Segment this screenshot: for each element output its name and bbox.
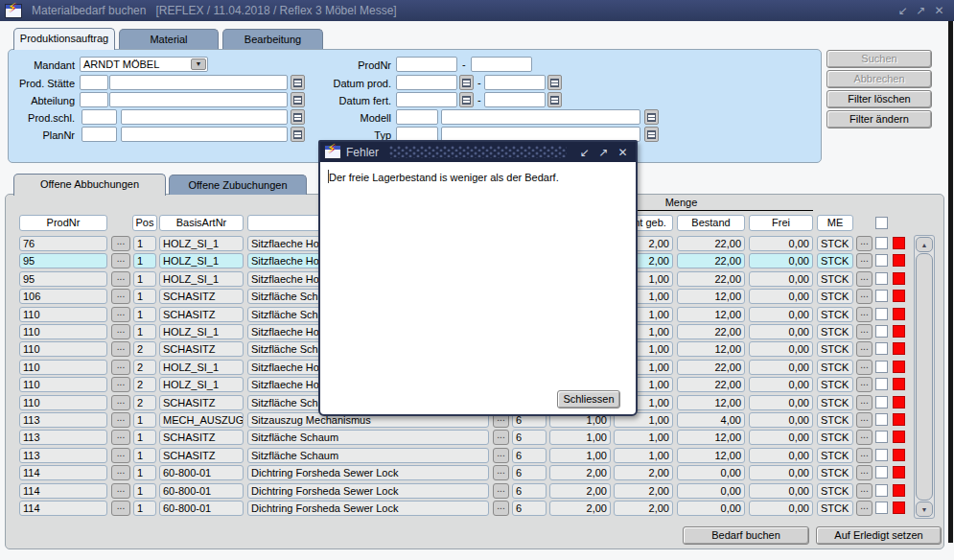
dialog-restore-icon[interactable]: ↗ <box>596 143 611 162</box>
row-lov-button[interactable]: ... <box>493 501 509 516</box>
cell-me[interactable]: STCK <box>817 483 853 499</box>
row-select-checkbox[interactable] <box>875 413 888 426</box>
row-lov-button[interactable]: ... <box>856 501 873 516</box>
cell-artnr[interactable]: HOLZ_SI_1 <box>159 360 244 375</box>
cell-lag[interactable]: 6 <box>512 483 547 499</box>
cell-pos[interactable]: 1 <box>133 430 156 445</box>
cell-frei[interactable]: 0,00 <box>749 289 813 304</box>
cell-pos[interactable]: 1 <box>133 501 156 516</box>
cell-bestand[interactable]: 12,00 <box>677 289 745 304</box>
filter-loeschen-button[interactable]: Filter löschen <box>826 90 932 108</box>
cell-bestand[interactable]: 12,00 <box>677 341 745 357</box>
cell-bestand[interactable]: 12,00 <box>677 448 745 463</box>
cell-frei[interactable]: 0,00 <box>749 377 813 392</box>
table-row[interactable]: 113...1SCHASITZSitzfläche Schaum...61,00… <box>0 448 954 464</box>
cell-me[interactable]: STCK <box>817 430 853 445</box>
cell-frei[interactable]: 0,00 <box>749 307 813 322</box>
row-lov-button[interactable]: ... <box>856 341 873 357</box>
row-select-checkbox[interactable] <box>875 342 888 355</box>
row-select-checkbox[interactable] <box>875 272 888 285</box>
cell-artnr[interactable]: MECH_AUSZUG <box>159 412 244 428</box>
row-lov-button[interactable]: ... <box>856 448 873 463</box>
cell-prodnr[interactable]: 76 <box>19 236 107 251</box>
tab-produktionsauftrag[interactable]: Produktionsauftrag <box>13 28 115 50</box>
cell-frei[interactable]: 0,00 <box>749 448 813 463</box>
cell-prodnr[interactable]: 114 <box>19 483 107 499</box>
cell-pos[interactable]: 2 <box>133 341 156 357</box>
cell-me[interactable]: STCK <box>817 448 853 463</box>
cell-lag[interactable]: 6 <box>512 430 547 445</box>
plannr-code-field[interactable] <box>81 127 117 142</box>
cell-artnr[interactable]: SCHASITZ <box>159 289 244 304</box>
cell-artnr[interactable]: 60-800-01 <box>159 483 244 499</box>
cell-qb[interactable]: 2,00 <box>614 465 673 480</box>
prodschl-lov-button[interactable] <box>291 109 305 125</box>
cell-prodnr[interactable]: 114 <box>19 465 107 480</box>
modell-code-field[interactable] <box>396 109 438 125</box>
cell-prodnr[interactable]: 113 <box>19 448 107 463</box>
datum-prod-from-calendar-button[interactable] <box>459 75 474 90</box>
cell-pos[interactable]: 1 <box>133 289 156 304</box>
table-row[interactable]: 114...160-800-01Dichtring Forsheda Sewer… <box>0 483 954 500</box>
row-lov-button[interactable]: ... <box>111 324 130 339</box>
filter-aendern-button[interactable]: Filter ändern <box>826 110 932 128</box>
prodschl-name-field[interactable] <box>121 109 288 125</box>
cell-prodnr[interactable]: 95 <box>19 271 107 287</box>
cell-bestand[interactable]: 0,00 <box>677 465 745 480</box>
cell-frei[interactable]: 0,00 <box>749 483 813 499</box>
cell-qa[interactable]: 1,00 <box>549 430 611 445</box>
row-lov-button[interactable]: ... <box>856 289 873 304</box>
scrollbar-thumb[interactable] <box>916 253 933 501</box>
cell-frei[interactable]: 0,00 <box>749 360 813 375</box>
plannr-lov-button[interactable] <box>291 127 305 142</box>
row-lov-button[interactable]: ... <box>111 271 130 287</box>
cell-me[interactable]: STCK <box>817 360 853 375</box>
cell-qb[interactable]: 2,00 <box>614 501 673 516</box>
row-lov-button[interactable]: ... <box>111 501 130 516</box>
cell-qa[interactable]: 2,00 <box>549 465 611 480</box>
row-select-checkbox[interactable] <box>875 466 888 478</box>
cell-qa[interactable]: 2,00 <box>549 483 611 499</box>
window-titlebar[interactable]: ⚡ Materialbedarf buchen [REFLEX / 11.04.… <box>0 0 954 21</box>
prodschl-code-field[interactable] <box>81 109 117 125</box>
cell-artnr[interactable]: HOLZ_SI_1 <box>159 377 244 392</box>
cell-desc[interactable]: Dichtring Forsheda Sewer Lock <box>247 465 489 480</box>
cell-prodnr[interactable]: 113 <box>19 412 107 428</box>
cell-frei[interactable]: 0,00 <box>749 324 813 339</box>
row-lov-button[interactable]: ... <box>856 377 873 392</box>
row-lov-button[interactable]: ... <box>111 465 130 480</box>
row-lov-button[interactable]: ... <box>111 412 130 428</box>
row-lov-button[interactable]: ... <box>111 289 130 304</box>
row-lov-button[interactable]: ... <box>856 307 873 322</box>
row-lov-button[interactable]: ... <box>111 341 130 357</box>
row-lov-button[interactable]: ... <box>856 360 873 375</box>
cell-me[interactable]: STCK <box>817 253 853 268</box>
cell-pos[interactable]: 1 <box>133 253 156 268</box>
cell-me[interactable]: STCK <box>817 289 853 304</box>
cell-me[interactable]: STCK <box>817 377 853 392</box>
cell-pos[interactable]: 1 <box>133 465 156 480</box>
cell-prodnr[interactable]: 95 <box>19 253 107 268</box>
row-select-checkbox[interactable] <box>875 396 888 408</box>
row-select-checkbox[interactable] <box>875 431 888 443</box>
close-icon[interactable]: ✕ <box>932 1 946 20</box>
cell-qb[interactable]: 2,00 <box>614 483 673 499</box>
row-lov-button[interactable]: ... <box>856 324 873 339</box>
prodnr-from-field[interactable] <box>396 57 457 72</box>
table-scrollbar[interactable]: ▲ ▼ <box>914 235 935 519</box>
datum-fert-to-field[interactable] <box>484 92 546 107</box>
cell-artnr[interactable]: SCHASITZ <box>159 430 244 445</box>
table-row[interactable]: 114...160-800-01Dichtring Forsheda Sewer… <box>0 465 954 481</box>
cell-frei[interactable]: 0,00 <box>749 236 813 251</box>
cell-frei[interactable]: 0,00 <box>749 271 813 287</box>
cell-pos[interactable]: 1 <box>133 307 156 322</box>
row-select-checkbox[interactable] <box>875 449 888 461</box>
datum-prod-to-calendar-button[interactable] <box>547 75 562 90</box>
cell-qa[interactable]: 1,00 <box>549 448 611 463</box>
select-all-checkbox[interactable] <box>875 217 888 229</box>
cell-pos[interactable]: 2 <box>133 360 156 375</box>
row-lov-button[interactable]: ... <box>111 253 130 268</box>
cell-prodnr[interactable]: 110 <box>19 307 107 322</box>
row-select-checkbox[interactable] <box>875 325 888 338</box>
row-select-checkbox[interactable] <box>875 308 888 320</box>
